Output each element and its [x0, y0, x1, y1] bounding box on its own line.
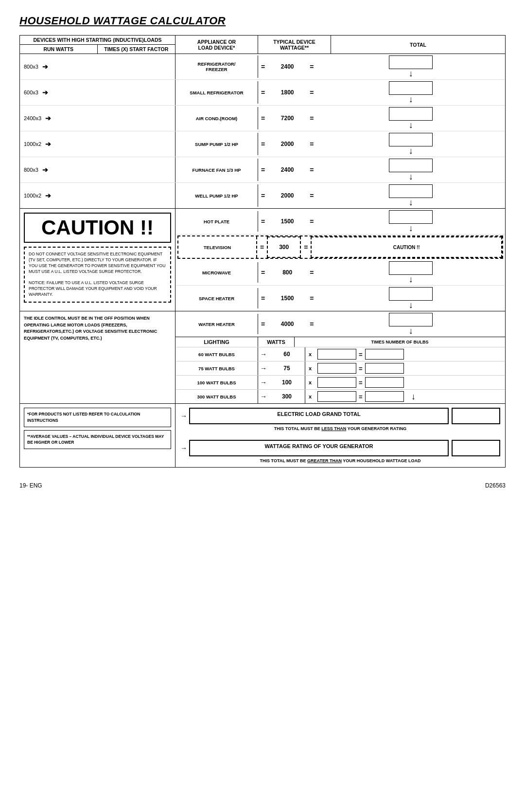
- total-box-1[interactable]: [389, 81, 433, 95]
- total-area-space-heater: ↓: [316, 286, 505, 311]
- total-area-2: ↓: [316, 106, 505, 131]
- bulb-input-100[interactable]: [317, 377, 356, 388]
- wattage-2: 7200: [268, 115, 307, 122]
- table-row: MICROWAVE = 800 = ↓: [175, 260, 505, 286]
- down-arrow-hot-plate: ↓: [409, 224, 413, 233]
- total-box-space-heater[interactable]: [389, 287, 433, 301]
- caution-section: CAUTION !! DO NOT CONNECT VOLTAGE SENSIT…: [20, 208, 505, 311]
- arrow-1: ➔: [42, 89, 48, 96]
- down-arrow-water-heater: ↓: [409, 326, 413, 335]
- run-watts-4[interactable]: 800: [24, 167, 33, 173]
- eq-microwave: =: [261, 269, 265, 276]
- down-arrow-0: ↓: [409, 69, 413, 78]
- footnote-1-text: *FOR PRODUCTS NOT LISTED REFER TO CALCUL…: [27, 412, 140, 423]
- bulb-x-60: x: [305, 351, 315, 357]
- appliance-name-space-heater: SPACE HEATER: [175, 288, 258, 308]
- start-factor-2[interactable]: 3: [38, 115, 41, 121]
- run-watts-1[interactable]: 600: [24, 90, 33, 95]
- tv-row: TELEVISION = 300 = CAUTION !!: [177, 235, 503, 259]
- table-row: 1000 x 2 ➔ SUMP PUMP 1/2 HP = 2000 = ↓: [20, 131, 505, 157]
- wattage-space-heater: 1500: [268, 295, 307, 302]
- appliance-name-water-heater: WATER HEATER: [175, 314, 258, 334]
- header-appliance-label: APPLIANCE OR LOAD DEVICE*: [175, 36, 258, 54]
- total-box-2[interactable]: [389, 107, 433, 121]
- equals2-5: =: [310, 192, 314, 199]
- caution-right-label: CAUTION !!: [311, 236, 502, 258]
- bulb-label-60: 60 WATT BULBS: [175, 347, 258, 361]
- table-row: WATER HEATER = 4000 = ↓: [175, 311, 505, 337]
- bulb-arrow-75: →: [260, 364, 267, 372]
- equals-5: =: [261, 192, 265, 199]
- bulb-watts-300: 300: [269, 390, 305, 403]
- left-device-row-0: 800 x 3 ➔: [20, 54, 175, 79]
- start-factor-4[interactable]: 3: [35, 167, 38, 173]
- left-device-row-4: 800 x 3 ➔: [20, 157, 175, 182]
- bulb-eq-100: =: [359, 379, 363, 386]
- total-box-4[interactable]: [389, 159, 433, 172]
- appliance-name-0: REFRIGERATOR/ FREEZER: [175, 55, 258, 78]
- grand-total-note: THIS TOTAL MUST BE LESS THAN YOUR GENERA…: [180, 426, 500, 431]
- grand-total-label: ELECTRIC LOAD GRAND TOTAL: [189, 408, 449, 424]
- start-factor-0[interactable]: 3: [35, 64, 38, 70]
- arrow-4: ➔: [42, 166, 48, 174]
- run-watts-3[interactable]: 1000: [24, 141, 35, 147]
- start-factor-1[interactable]: 3: [35, 90, 38, 95]
- arrow-2: ➔: [45, 114, 51, 122]
- down-arrow-4: ↓: [409, 172, 413, 181]
- total-area-water-heater: ↓: [316, 311, 505, 337]
- wattage-hot-plate: 1500: [268, 218, 307, 225]
- equals-1: =: [261, 89, 265, 96]
- bulb-arrow-100: →: [260, 379, 267, 386]
- bulb-eq-300: =: [359, 393, 363, 400]
- calculator-table: DEVICES WITH HIGH STARTING (INDUCTIVE)LO…: [19, 35, 506, 468]
- total-box-0[interactable]: [389, 55, 433, 69]
- table-row: 2400 x 3 ➔ AIR COND.(ROOM) = 7200 = ↓: [20, 106, 505, 131]
- header-run-watts-label: RUN WATTS: [20, 45, 98, 54]
- caution-dashed-box: DO NOT CONNECT VOLTAGE SENSITIVE ELECTRO…: [24, 247, 171, 303]
- generator-input[interactable]: [452, 440, 500, 456]
- equals-2: =: [261, 114, 265, 122]
- bulb-input-75[interactable]: [317, 363, 356, 374]
- bulb-total-100[interactable]: [365, 377, 404, 388]
- run-watts-5[interactable]: 1000: [24, 193, 35, 198]
- wattage-0: 2400: [268, 63, 307, 70]
- start-factor-3[interactable]: 2: [38, 141, 41, 147]
- total-box-5[interactable]: [389, 184, 433, 198]
- left-device-row-2: 2400 x 3 ➔: [20, 106, 175, 131]
- bulb-total-60[interactable]: [365, 349, 404, 360]
- wattage-4: 2400: [268, 166, 307, 173]
- bulb-total-300[interactable]: [365, 391, 404, 402]
- total-box-3[interactable]: [389, 133, 433, 146]
- equals-3: =: [261, 140, 265, 148]
- grand-total-input[interactable]: [452, 408, 500, 424]
- eq2-water-heater: =: [310, 320, 314, 328]
- inductive-rows: 800 x 3 ➔ REFRIGERATOR/ FREEZER = 2400 =…: [20, 54, 505, 208]
- greater-than-underline: GREATER THAN: [307, 458, 342, 463]
- bulb-arrow-60: →: [260, 350, 267, 358]
- right-appliance-row-0: REFRIGERATOR/ FREEZER = 2400 = ↓: [175, 54, 505, 79]
- bulb-input-300[interactable]: [317, 391, 356, 402]
- start-factor-5[interactable]: 2: [38, 193, 41, 198]
- lighting-row-100: 100 WATT BULBS → 100 x =: [175, 375, 505, 389]
- total-box-water-heater[interactable]: [389, 313, 433, 326]
- idle-right-area: WATER HEATER = 4000 = ↓ LIGHTING WATTS T…: [175, 311, 505, 403]
- run-watts-0[interactable]: 800: [24, 64, 33, 70]
- bulb-total-75[interactable]: [365, 363, 404, 374]
- run-watts-2[interactable]: 2400: [24, 115, 35, 121]
- right-appliance-row-5: WELL PUMP 1/2 HP = 2000 = ↓: [175, 183, 505, 208]
- total-area-hot-plate: ↓: [316, 209, 505, 234]
- grand-total-arrow: →: [180, 412, 187, 420]
- total-box-microwave[interactable]: [389, 261, 433, 275]
- lighting-rows: 60 WATT BULBS → 60 x = 75 WATT BULBS → 7…: [175, 347, 505, 403]
- equals-4: =: [261, 166, 265, 174]
- equals-0: =: [261, 63, 265, 71]
- equals2-1: =: [310, 89, 314, 96]
- bottom-section: *FOR PRODUCTS NOT LISTED REFER TO CALCUL…: [20, 403, 505, 467]
- bulb-input-60[interactable]: [317, 349, 356, 360]
- eq2-space-heater: =: [310, 294, 314, 302]
- equals2-2: =: [310, 114, 314, 122]
- arrow-3: ➔: [45, 140, 51, 148]
- bulb-watts-100: 100: [269, 376, 305, 389]
- total-box-hot-plate[interactable]: [389, 210, 433, 224]
- bottom-right-area: → ELECTRIC LOAD GRAND TOTAL THIS TOTAL M…: [175, 404, 505, 467]
